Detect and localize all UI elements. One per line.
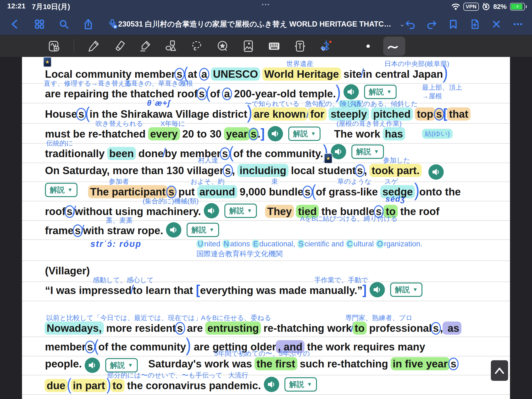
- annotation: 束: [271, 178, 278, 185]
- text-segment: .: [258, 128, 260, 140]
- star-sticker-icon: ★: [43, 57, 52, 67]
- kaisetsu-label: 解説: [293, 129, 308, 139]
- annotation: AをBに任せる、委ねる: [201, 314, 271, 322]
- audio-button[interactable]: [343, 84, 359, 100]
- highlighted-text: year: [224, 127, 250, 140]
- zoom-writing-tool-button[interactable]: [48, 39, 61, 53]
- keyboard-tool-button[interactable]: [267, 39, 281, 53]
- eraser-tool-button[interactable]: [112, 39, 126, 53]
- pen-paren-mark: ): [186, 334, 191, 356]
- speaker-icon: [169, 225, 178, 234]
- scroll-to-top-button[interactable]: [491, 360, 508, 381]
- bookmark-button[interactable]: [448, 19, 459, 30]
- stamp-tool-button[interactable]: [216, 39, 229, 53]
- kaisetsu-dropdown[interactable]: 解説▼: [45, 183, 77, 197]
- document-row: frames/with straw藁、麦藁 rope.解説▼AをBに結びつける、…: [22, 221, 510, 240]
- text-line: frames/with straw藁、麦藁 rope.解説▼AをBに結びつける、…: [45, 222, 510, 238]
- annotation: 部分的には〜のせいで、〜も手伝って: [107, 372, 222, 379]
- text-line: due部分的には〜のせいで、〜も手伝って(in part)to the coro…: [45, 376, 510, 392]
- text-segment: straw藁、麦藁: [107, 225, 135, 237]
- text-segment: entrustingAをBに任せる、委ねる: [206, 322, 260, 334]
- text-segment: in the Shirakawa Village districtθˈæ+ʃ: [89, 108, 247, 120]
- audio-button[interactable]: [331, 144, 346, 159]
- kaisetsu-dropdown[interactable]: 解説▼: [224, 203, 257, 218]
- pen-paren-mark: (: [206, 83, 210, 102]
- margin-note: AをBに結びつける、縛り付ける: [300, 214, 398, 223]
- audio-button[interactable]: [85, 358, 100, 373]
- highlighted-text: pitched: [371, 108, 413, 120]
- audio-button[interactable]: [428, 164, 444, 180]
- star-sticker: ★: [43, 57, 52, 67]
- wifi-icon: [451, 3, 460, 10]
- audio-button[interactable]: [268, 126, 283, 141]
- audio-button[interactable]: [204, 203, 219, 218]
- kaisetsu-label: 解説: [356, 147, 371, 157]
- more-button[interactable]: [512, 19, 523, 30]
- text-segment: member: [45, 341, 86, 353]
- undo-button[interactable]: [405, 19, 416, 30]
- text-segment: World Heritage世界遺産: [263, 68, 341, 80]
- add-page-button[interactable]: [469, 19, 480, 30]
- pen-circle-mark: s: [223, 164, 233, 177]
- kaisetsu-dropdown[interactable]: 解説▼: [187, 223, 219, 237]
- pen-bracket-mark: ]: [362, 282, 367, 297]
- kaisetsu-dropdown[interactable]: 解説▼: [364, 85, 397, 99]
- text-segment: the first5年間で初めての〜、5年ぶりの: [255, 358, 297, 370]
- text-segment: people.: [45, 358, 82, 370]
- text-line: people.解説▼Saturday's work was the first5…: [45, 358, 510, 373]
- kaisetsu-dropdown[interactable]: 解説▼: [351, 145, 384, 159]
- document-row: On Saturday, more than 130 villager村人達s,…: [22, 163, 510, 182]
- kaisetsu-dropdown[interactable]: 解説▼: [390, 283, 423, 297]
- kaisetsu-label: 解説: [369, 87, 384, 97]
- share-button[interactable]: [83, 19, 94, 30]
- text-segment: s: [303, 186, 311, 198]
- document-row: roofs/without using machinery.(集合的に)機械(類…: [22, 201, 510, 221]
- back-button[interactable]: [10, 19, 21, 30]
- text-segment: such re-thatching: [297, 358, 391, 370]
- navigation-bar: 230531 白川村の合掌造りの家屋で屋根のふき替え WORLD HERITAG…: [0, 13, 532, 35]
- audio-button[interactable]: [166, 222, 181, 238]
- text-segment: the coronavirus pandemic.大流行: [124, 380, 261, 392]
- highlighted-text: due: [44, 379, 67, 392]
- audio-button[interactable]: [370, 282, 385, 297]
- close-button[interactable]: [491, 19, 502, 30]
- stroke-preview-wave-icon: [386, 41, 402, 51]
- search-button[interactable]: [58, 19, 69, 30]
- text-segment: s: [167, 186, 175, 198]
- pen-circle-mark: s: [431, 322, 441, 335]
- dropdown-triangle-icon: ▼: [247, 208, 252, 214]
- image-tool-button[interactable]: [242, 39, 255, 53]
- mic-off-button[interactable]: [107, 19, 118, 30]
- thumbnails-grid-button[interactable]: [34, 19, 45, 30]
- shapes-tool-button[interactable]: [164, 39, 177, 53]
- kaisetsu-dropdown[interactable]: 解説▼: [288, 127, 321, 141]
- text-segment: are: [184, 322, 206, 334]
- circled-initial: U: [196, 240, 204, 248]
- text-tool-button[interactable]: [293, 39, 307, 53]
- highlighter-tool-button[interactable]: [138, 39, 152, 53]
- text-segment: to: [111, 380, 124, 392]
- audio-button[interactable]: [264, 377, 279, 392]
- kaisetsu-dropdown[interactable]: 解説▼: [105, 358, 138, 373]
- annotation: X年毎に: [160, 120, 185, 127]
- bluetooth-pen-tool-button[interactable]: [319, 39, 332, 53]
- text-segment: put: [176, 186, 198, 198]
- text-segment: rope.: [135, 225, 163, 237]
- annotation: 以前と比較して「今日では、最近では、現在では」: [46, 314, 202, 322]
- pen-size-dot[interactable]: [367, 44, 370, 48]
- kaisetsu-dropdown[interactable]: 解説▼: [285, 377, 317, 392]
- text-segment: professional専門家、熟練者、プロ: [369, 322, 432, 334]
- annotation: (屋根の葺き替え作業): [336, 120, 402, 127]
- document-row: people.解説▼Saturday's work was the first5…: [22, 356, 510, 375]
- redo-button[interactable]: [426, 19, 437, 30]
- text-segment: The work (屋根の葺き替え作業): [334, 128, 383, 140]
- unesco-japanese-line: 国際連合教育科学文化機関: [196, 249, 422, 259]
- pen-tool-button[interactable]: [87, 39, 100, 53]
- text-segment: 9,000: [237, 186, 269, 198]
- multitask-dots-icon: •••: [262, 1, 270, 8]
- document-page[interactable]: Local community member★s(at a UNESCO Wor…: [22, 57, 510, 399]
- title-chevron-down-icon[interactable]: ⌄: [399, 21, 405, 28]
- stroke-preview-button[interactable]: [383, 37, 405, 56]
- text-line: Houses(in the Shirakawa Village district…: [45, 103, 510, 121]
- lasso-tool-button[interactable]: [190, 39, 203, 53]
